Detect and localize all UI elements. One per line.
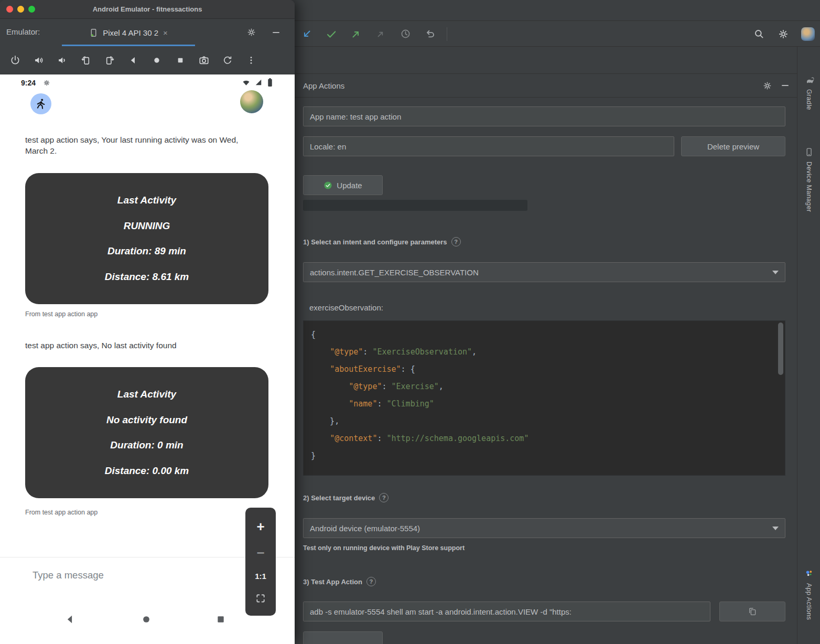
volume-up-button[interactable] [28,50,49,71]
step3-section: 3) Test App Action ? [303,577,376,586]
panel-minimize-icon[interactable] [273,32,279,33]
tool-window-bar: Gradle Device Manager App Actions [797,47,820,644]
zoom-out-button[interactable]: − [256,546,264,560]
run-disabled-button[interactable] [373,26,389,42]
nav-overview-button[interactable] [215,614,226,625]
device-dropdown[interactable]: Android device (emulator-5554) [303,518,785,538]
fit-screen-button[interactable] [255,593,266,604]
gradle-tab[interactable]: Gradle [797,76,820,110]
emulator-window: Android Emulator - fitnessactions Emulat… [0,0,295,644]
small-arrow-icon [375,29,386,39]
window-title: Android Emulator - fitnessactions [0,5,295,13]
search-button[interactable] [751,26,767,42]
panel-gear-icon[interactable] [762,81,772,91]
back-icon [128,55,138,66]
zoom-in-button[interactable]: + [256,520,264,533]
history-button[interactable] [397,26,413,42]
locale-value: Locale: en [310,142,346,151]
status-gear-icon [43,79,50,87]
more-icon [246,55,256,66]
chevron-down-icon [772,271,779,274]
intent-dropdown[interactable]: actions.intent.GET_EXERCISE_OBSERVATION [303,262,785,282]
card-line: Distance: 8.61 km [105,271,189,283]
emulator-titlebar: Android Emulator - fitnessactions [0,0,295,19]
rotate-right-button[interactable] [99,50,120,71]
close-button[interactable] [6,6,13,13]
copy-icon [748,607,757,616]
locale-field[interactable]: Locale: en [303,136,674,156]
power-icon [9,55,21,66]
adb-command-field[interactable]: adb -s emulator-5554 shell am start -a a… [303,602,710,621]
panel-minimize-icon[interactable] [782,85,789,86]
emulator-settings-button[interactable] [246,27,256,37]
home-icon [152,55,162,66]
cellular-signal-icon [255,79,262,86]
rotate-left-button[interactable] [75,50,96,71]
message-source: From test app action app [25,509,98,516]
check-circle-icon [323,181,332,190]
copy-command-button[interactable] [719,602,785,621]
delete-preview-label: Delete preview [707,142,759,151]
zoom-reset-button[interactable]: 1:1 [255,572,266,581]
rotate-right-icon [104,55,115,66]
nav-home-button[interactable] [141,614,152,625]
device-manager-icon [804,147,814,157]
runner-icon [35,98,47,110]
battery-icon [267,78,273,87]
step1-section: 1) Select an intent and configure parame… [303,237,461,246]
settings-button[interactable] [775,26,791,42]
device-tab-label: Pixel 4 API 30 2 [103,28,158,37]
chat-message: test app action says, No last activity f… [25,340,247,351]
assistant-avatar [30,93,51,114]
profile-button[interactable] [800,26,816,42]
help-icon[interactable]: ? [451,237,461,246]
parameter-label: exerciseObservation: [309,303,383,312]
tab-close-icon[interactable]: × [163,28,168,37]
deploy-button[interactable] [348,26,364,42]
device-manager-tab[interactable]: Device Manager [797,147,820,212]
fit-frame-icon [255,593,266,604]
screenshot-button[interactable] [193,50,214,71]
card-line: Last Activity [117,389,176,400]
card-line: Duration: 0 min [110,439,183,451]
zoom-button[interactable] [28,6,35,13]
home-button[interactable] [146,50,167,71]
scrollbar-thumb[interactable] [778,323,783,375]
check-icon [325,28,338,40]
volume-down-button[interactable] [51,50,73,71]
rotate-left-icon [80,55,92,66]
volume-up-icon [33,55,45,66]
camera-icon [198,55,210,66]
minimize-button[interactable] [17,6,24,13]
toolbar-right-group [751,21,816,47]
overview-button[interactable] [169,50,191,71]
undo-button[interactable] [422,26,438,42]
apply-changes-button[interactable] [323,26,339,42]
message-input[interactable]: Type a message [33,570,104,581]
wifi-icon [242,80,250,86]
attach-debugger-button[interactable] [299,26,315,42]
back-button[interactable] [122,50,144,71]
step3-label: 3) Test App Action [303,578,362,586]
app-actions-tab[interactable]: App Actions [797,568,820,620]
update-button[interactable]: Update [303,175,383,195]
nav-back-button[interactable] [64,614,75,625]
gear-icon [246,27,256,37]
power-button[interactable] [4,50,26,71]
delete-preview-button[interactable]: Delete preview [681,136,785,156]
clock-icon [400,28,412,40]
partial-button[interactable] [303,631,383,644]
device-manager-tab-label: Device Manager [805,162,813,212]
snapshot-button[interactable] [217,50,238,71]
help-icon[interactable]: ? [366,577,376,586]
device-tab[interactable]: Pixel 4 API 30 2 × [62,19,195,46]
activity-card: Last Activity No activity found Duration… [25,367,268,498]
device-value: Android device (emulator-5554) [310,524,420,533]
json-editor[interactable]: { "@type": "ExerciseObservation", "about… [303,320,785,476]
help-icon[interactable]: ? [379,493,389,502]
more-button[interactable] [240,50,262,71]
emulator-toolbar [0,46,295,74]
toolbar-divider [447,27,447,41]
contact-avatar [240,90,263,113]
app-name-field[interactable]: App name: test app action [303,106,785,126]
